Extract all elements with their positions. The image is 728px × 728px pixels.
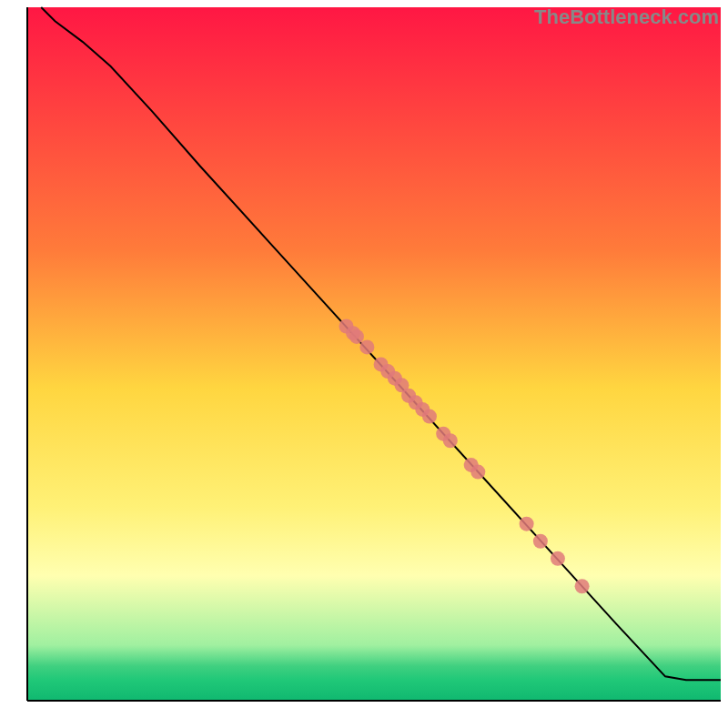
data-point [533, 534, 548, 549]
data-point [575, 579, 590, 593]
data-point [470, 465, 485, 480]
data-point [422, 410, 437, 424]
chart-container: TheBottleneck.com [0, 0, 728, 728]
plot-background [27, 7, 721, 701]
data-point [551, 551, 565, 566]
data-point [520, 517, 534, 531]
watermark-label: TheBottleneck.com [534, 5, 719, 29]
data-point [443, 433, 458, 448]
data-point [349, 329, 364, 344]
chart-svg [0, 0, 728, 728]
data-point [359, 339, 374, 354]
